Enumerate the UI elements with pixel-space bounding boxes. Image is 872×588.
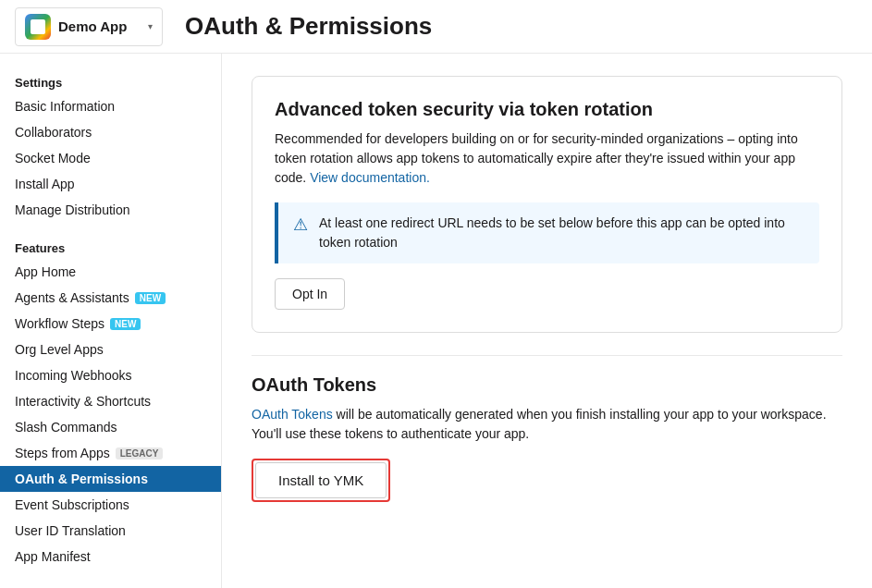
sidebar-item-label: Event Subscriptions <box>15 497 129 512</box>
app-icon <box>25 14 51 40</box>
sidebar-item-slash-commands[interactable]: Slash Commands <box>0 414 221 440</box>
top-bar: Demo App ▾ OAuth & Permissions <box>0 0 872 54</box>
sidebar-item-app-manifest[interactable]: App Manifest <box>0 544 221 570</box>
page-title: OAuth & Permissions <box>185 12 432 41</box>
oauth-section-desc: OAuth Tokens will be automatically gener… <box>252 405 842 444</box>
sidebar-item-label: Agents & Assistants <box>15 290 129 305</box>
sidebar-item-label: User ID Translation <box>15 523 126 538</box>
sidebar: Settings Basic InformationCollaboratorsS… <box>0 54 222 588</box>
sidebar-item-workflow-steps-badge: NEW <box>110 318 141 330</box>
chevron-down-icon: ▾ <box>148 21 153 31</box>
token-section-desc: Recommended for developers building on o… <box>275 129 819 188</box>
main-layout: Settings Basic InformationCollaboratorsS… <box>0 54 872 588</box>
sidebar-item-label: Collaborators <box>15 125 92 140</box>
sidebar-item-org-level-apps[interactable]: Org Level Apps <box>0 337 221 362</box>
sidebar-item-basic-information[interactable]: Basic Information <box>0 93 221 119</box>
sidebar-item-workflow-steps[interactable]: Workflow StepsNEW <box>0 311 221 337</box>
view-documentation-link[interactable]: View documentation. <box>310 170 430 185</box>
section-divider <box>252 355 842 356</box>
content-area: Advanced token security via token rotati… <box>222 54 872 588</box>
opt-in-button[interactable]: Opt In <box>275 278 345 310</box>
sidebar-item-app-home[interactable]: App Home <box>0 259 221 285</box>
sidebar-item-label: Steps from Apps <box>15 446 110 460</box>
sidebar-item-label: Install App <box>15 177 75 191</box>
alert-box: ⚠ At least one redirect URL needs to be … <box>275 202 819 263</box>
sidebar-item-label: Manage Distribution <box>15 202 130 217</box>
sidebar-item-event-subscriptions[interactable]: Event Subscriptions <box>0 492 221 518</box>
sidebar-item-steps-from-apps[interactable]: Steps from AppsLEGACY <box>0 440 221 466</box>
sidebar-item-agents-assistants-badge: NEW <box>135 292 166 304</box>
sidebar-item-socket-mode[interactable]: Socket Mode <box>0 145 221 171</box>
sidebar-item-label: App Manifest <box>15 549 91 564</box>
app-name: Demo App <box>58 18 141 34</box>
sidebar-item-label: Org Level Apps <box>15 342 104 357</box>
sidebar-item-label: Incoming Webhooks <box>15 368 132 383</box>
features-section-label: Features <box>0 234 221 259</box>
token-section-title: Advanced token security via token rotati… <box>275 99 819 120</box>
install-button-wrapper: Install to YMK <box>252 459 390 502</box>
token-security-section: Advanced token security via token rotati… <box>252 76 842 333</box>
sidebar-item-interactivity-shortcuts[interactable]: Interactivity & Shortcuts <box>0 388 221 414</box>
sidebar-item-label: Workflow Steps <box>15 316 104 331</box>
sidebar-item-label: OAuth & Permissions <box>15 472 148 486</box>
sidebar-item-oauth-permissions[interactable]: OAuth & Permissions <box>0 466 221 492</box>
sidebar-item-steps-from-apps-badge: LEGACY <box>116 447 164 459</box>
sidebar-item-collaborators[interactable]: Collaborators <box>0 119 221 145</box>
sidebar-item-label: Socket Mode <box>15 151 91 165</box>
sidebar-item-label: Slash Commands <box>15 420 117 435</box>
settings-section-label: Settings <box>0 68 221 93</box>
alert-text: At least one redirect URL needs to be se… <box>319 214 804 252</box>
oauth-tokens-section: OAuth Tokens OAuth Tokens will be automa… <box>252 374 842 502</box>
sidebar-item-install-app[interactable]: Install App <box>0 171 221 197</box>
sidebar-item-user-id-translation[interactable]: User ID Translation <box>0 518 221 544</box>
warning-icon: ⚠ <box>293 214 308 235</box>
sidebar-item-agents-assistants[interactable]: Agents & AssistantsNEW <box>0 285 221 311</box>
install-to-ymk-button[interactable]: Install to YMK <box>255 462 387 498</box>
sidebar-item-incoming-webhooks[interactable]: Incoming Webhooks <box>0 362 221 388</box>
oauth-tokens-link[interactable]: OAuth Tokens <box>252 407 333 422</box>
sidebar-item-label: Interactivity & Shortcuts <box>15 394 151 409</box>
sidebar-item-label: App Home <box>15 264 76 279</box>
sidebar-item-label: Basic Information <box>15 99 115 114</box>
oauth-section-title: OAuth Tokens <box>252 374 842 396</box>
app-selector[interactable]: Demo App ▾ <box>15 7 163 46</box>
sidebar-item-manage-distribution[interactable]: Manage Distribution <box>0 197 221 223</box>
